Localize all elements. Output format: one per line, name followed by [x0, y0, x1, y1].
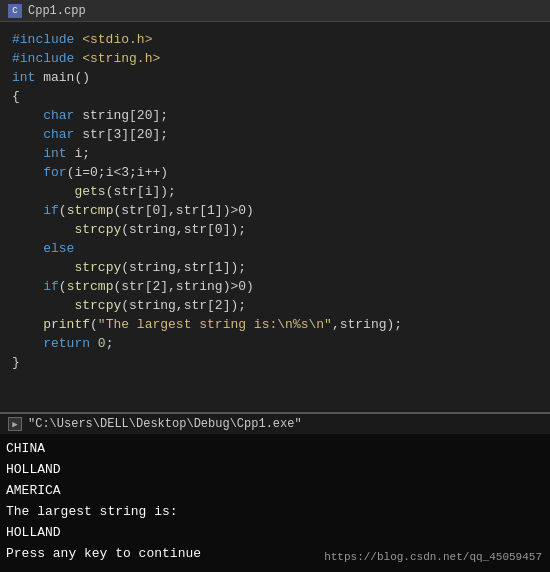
code-editor: #include <stdio.h> #include <string.h> i… — [0, 22, 550, 412]
terminal-line-3: AMERICA — [6, 480, 544, 501]
code-line-10: if(strcmp(str[0],str[1])>0) — [12, 201, 538, 220]
code-line-12: else — [12, 239, 538, 258]
code-line-9: gets(str[i]); — [12, 182, 538, 201]
file-icon: C — [8, 4, 22, 18]
filename: Cpp1.cpp — [28, 4, 86, 18]
terminal-icon: ▶ — [8, 417, 22, 431]
terminal-body: CHINA HOLLAND AMERICA The largest string… — [0, 434, 550, 572]
editor-title-bar: C Cpp1.cpp — [0, 0, 550, 22]
code-line-4: { — [12, 87, 538, 106]
terminal-title-bar: ▶ "C:\Users\DELL\Desktop\Debug\Cpp1.exe" — [0, 412, 550, 434]
code-line-2: #include <string.h> — [12, 49, 538, 68]
code-line-3: int main() — [12, 68, 538, 87]
code-line-6: char str[3][20]; — [12, 125, 538, 144]
code-line-18: } — [12, 353, 538, 372]
code-line-17: return 0; — [12, 334, 538, 353]
terminal-line-1: CHINA — [6, 438, 544, 459]
code-line-15: strcpy(string,str[2]); — [12, 296, 538, 315]
keyword-include: #include — [12, 30, 82, 49]
code-line-7: int i; — [12, 144, 538, 163]
watermark: https://blog.csdn.net/qq_45059457 — [324, 547, 542, 568]
terminal-line-5: HOLLAND — [6, 522, 544, 543]
code-line-13: strcpy(string,str[1]); — [12, 258, 538, 277]
code-line-11: strcpy(string,str[0]); — [12, 220, 538, 239]
terminal-line-4: The largest string is: — [6, 501, 544, 522]
code-line-1: #include <stdio.h> — [12, 30, 538, 49]
terminal-line-2: HOLLAND — [6, 459, 544, 480]
code-line-16: printf("The largest string is:\n%s\n",st… — [12, 315, 538, 334]
code-line-8: for(i=0;i<3;i++) — [12, 163, 538, 182]
code-line-14: if(strcmp(str[2],string)>0) — [12, 277, 538, 296]
code-line-5: char string[20]; — [12, 106, 538, 125]
terminal-path: "C:\Users\DELL\Desktop\Debug\Cpp1.exe" — [28, 417, 302, 431]
